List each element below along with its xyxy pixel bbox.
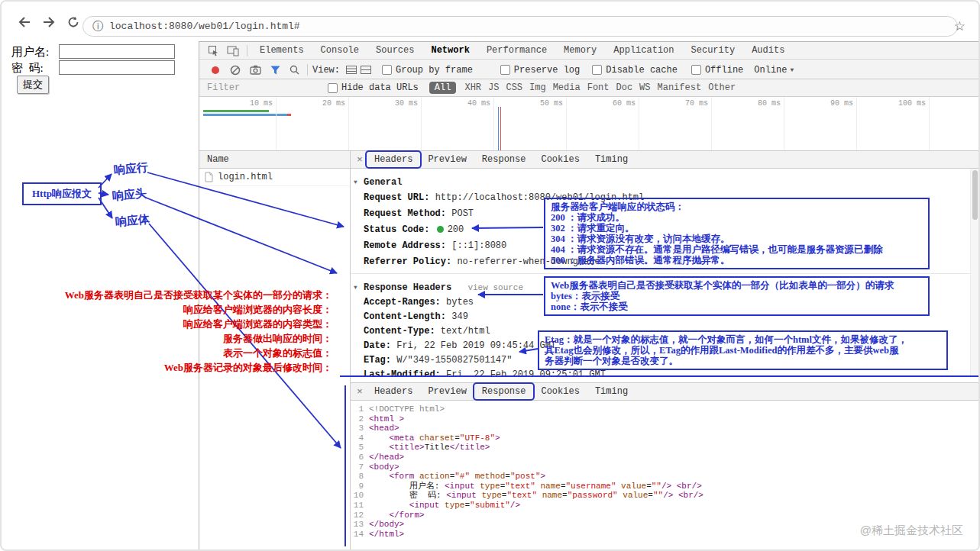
clear-icon[interactable] — [230, 65, 241, 76]
code-token: > — [495, 433, 500, 443]
timeline-gridline — [929, 97, 930, 150]
request-row[interactable]: login.html — [199, 169, 350, 186]
bookmark-star-icon[interactable]: ☆ — [954, 18, 965, 34]
close-pane-icon[interactable]: × — [353, 154, 367, 166]
header-row: Referrer Policy: no-referrer-when-downgr… — [351, 254, 971, 270]
detail-tab-cookies[interactable]: Cookies — [533, 152, 587, 167]
preserve-log-checkbox[interactable] — [500, 65, 510, 75]
group-by-frame-checkbox[interactable] — [382, 65, 392, 75]
device-toolbar-icon[interactable] — [227, 46, 239, 56]
code-token: <br/> — [677, 482, 702, 491]
filter-type-img[interactable]: Img — [529, 82, 546, 93]
detail-tab-preview[interactable]: Preview — [420, 152, 474, 167]
section-title: Response Headers — [364, 282, 451, 293]
filter-input[interactable]: Filter — [207, 82, 314, 93]
devtools-tab-audits[interactable]: Audits — [743, 42, 793, 60]
filter-type-js[interactable]: JS — [488, 82, 499, 93]
timeline-gridline — [639, 97, 639, 150]
header-row: Status Code: 200 — [351, 222, 971, 238]
scrollbar-thumb[interactable] — [972, 170, 978, 220]
filter-type-font[interactable]: Font — [587, 82, 610, 93]
view-list-icon[interactable] — [346, 66, 357, 74]
view-source-link[interactable]: view source — [467, 283, 523, 292]
header-row: Remote Address: [::1]:8080 — [351, 238, 971, 254]
detail-tab-timing[interactable]: Timing — [587, 384, 636, 399]
detail-tab-headers[interactable]: Headers — [367, 152, 420, 167]
devtools-tab-memory[interactable]: Memory — [555, 42, 605, 60]
timeline-overview[interactable]: 10 ms20 ms30 ms40 ms50 ms60 ms70 ms80 ms… — [199, 97, 978, 151]
filter-type-ws[interactable]: WS — [639, 82, 650, 93]
username-label: 用户名: — [11, 45, 49, 60]
filter-type-manifest[interactable]: Manifest — [658, 82, 702, 93]
hide-data-urls-checkbox[interactable] — [328, 83, 338, 93]
filter-type-other[interactable]: Other — [708, 82, 736, 93]
disable-cache-checkbox[interactable] — [592, 65, 602, 75]
username-input[interactable] — [59, 44, 175, 59]
filter-type-doc[interactable]: Doc — [616, 82, 633, 93]
scrollbar[interactable] — [970, 169, 978, 376]
code-token: Title — [425, 443, 450, 452]
detail-tab-response[interactable]: Response — [474, 152, 534, 167]
submit-button[interactable]: 提交 — [17, 76, 49, 94]
code-token: = — [454, 433, 460, 443]
timeline-tick-label: 70 ms — [667, 99, 708, 108]
header-value: [::1]:8080 — [451, 240, 506, 251]
offline-checkbox[interactable] — [691, 65, 701, 75]
close-pane-icon[interactable]: × — [353, 386, 367, 398]
line-number: 6 — [352, 453, 364, 462]
refresh-icon[interactable] — [66, 15, 81, 29]
code-token: = — [562, 491, 568, 500]
address-bar[interactable]: ⓘ localhost:8080/web01/login.html# — [82, 16, 958, 37]
devtools-tab-elements[interactable]: Elements — [251, 42, 312, 60]
view-overview-icon[interactable] — [361, 66, 371, 74]
header-row: Content-Type: text/html — [351, 324, 971, 339]
code-token: "" — [652, 482, 661, 491]
filter-icon[interactable] — [270, 66, 280, 75]
code-token — [369, 501, 409, 510]
throttling-dropdown[interactable]: Online — [754, 65, 787, 76]
disclosure-icon[interactable]: ▼ — [354, 175, 357, 190]
detail-tab-preview[interactable]: Preview — [420, 384, 474, 399]
filter-type-media[interactable]: Media — [553, 82, 581, 93]
devtools-panel: ElementsConsoleSourcesNetworkPerformance… — [199, 41, 978, 549]
code-line: 12 </form> — [352, 511, 978, 520]
devtools-tab-application[interactable]: Application — [605, 42, 682, 60]
devtools-tab-console[interactable]: Console — [312, 42, 367, 60]
inspect-element-icon[interactable] — [208, 45, 219, 56]
forward-icon[interactable] — [41, 15, 57, 29]
filter-type-all[interactable]: All — [429, 82, 457, 94]
detail-tab-timing[interactable]: Timing — [587, 152, 636, 167]
name-column-header[interactable]: Name — [199, 151, 350, 169]
code-token: = — [505, 472, 510, 481]
filter-type-xhr[interactable]: XHR — [464, 82, 481, 93]
password-input[interactable] — [59, 60, 175, 75]
screenshot-root: ⓘ localhost:8080/web01/login.html# ☆ 用户名… — [0, 0, 980, 551]
record-button[interactable] — [212, 66, 219, 74]
header-value: no-referrer-when-downgrade — [457, 256, 600, 267]
network-toolbar: View: Group by frame Preserve log Disabl… — [199, 61, 978, 79]
filter-type-css[interactable]: CSS — [506, 82, 522, 93]
capture-screenshots-icon[interactable] — [250, 65, 261, 75]
response-header-rows: Accept-Ranges: bytesContent-Length: 349C… — [351, 295, 971, 376]
disclosure-icon[interactable]: ▼ — [354, 280, 357, 295]
search-icon[interactable] — [289, 65, 299, 75]
detail-tab-headers[interactable]: Headers — [367, 384, 420, 399]
timeline-tick-label: 80 ms — [739, 99, 781, 108]
header-value: W/"349-1550827501147" — [396, 355, 512, 366]
page-info-icon[interactable]: ⓘ — [92, 20, 103, 34]
password-label: 密 码: — [11, 61, 44, 76]
code-token: <title> — [389, 443, 424, 452]
code-token: </title> — [450, 443, 490, 452]
devtools-tab-sources[interactable]: Sources — [367, 42, 422, 60]
timeline-tick-label: 90 ms — [812, 99, 853, 108]
detail-tab-response[interactable]: Response — [474, 384, 534, 399]
watermark: @稀土掘金技术社区 — [860, 524, 963, 538]
code-token: <input — [445, 482, 480, 491]
back-icon[interactable] — [17, 15, 32, 29]
devtools-tab-performance[interactable]: Performance — [478, 42, 555, 60]
devtools-tab-security[interactable]: Security — [683, 42, 744, 60]
detail-tab-cookies[interactable]: Cookies — [533, 384, 587, 399]
code-token: > — [540, 472, 545, 481]
devtools-tab-network[interactable]: Network — [422, 42, 477, 60]
code-token: "#" — [454, 472, 470, 481]
